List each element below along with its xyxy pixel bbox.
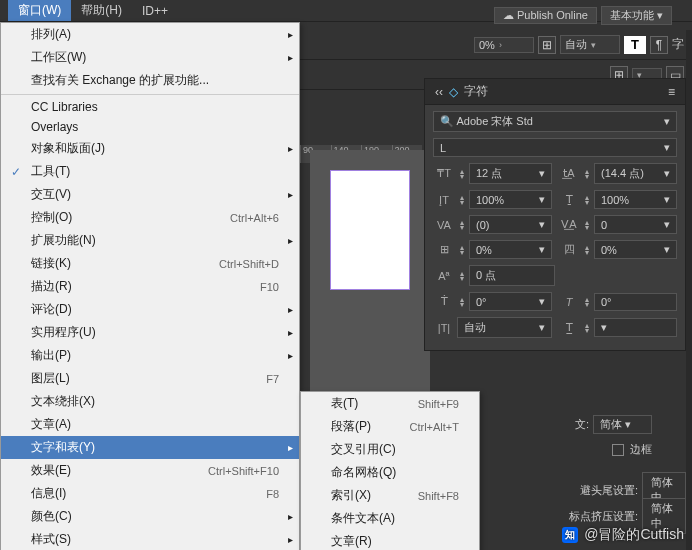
- watermark: 知 @冒险的Cutfish: [562, 526, 684, 544]
- menu-item[interactable]: 实用程序(U): [1, 321, 299, 344]
- publish-button[interactable]: ☁ Publish Online: [494, 7, 597, 24]
- panel-title: 字符: [464, 83, 488, 100]
- vscale-field[interactable]: 100%▾: [469, 190, 552, 209]
- tracking-field[interactable]: 0▾: [594, 215, 677, 234]
- page[interactable]: [330, 170, 410, 290]
- leading-field[interactable]: (14.4 点)▾: [594, 163, 677, 184]
- avoid-head-label: 避头尾设置:: [580, 483, 638, 498]
- menu-item[interactable]: 工具(T): [1, 160, 299, 183]
- menu-item[interactable]: 信息(I)F8: [1, 482, 299, 505]
- border-option[interactable]: 边框: [612, 442, 652, 457]
- menu-item[interactable]: 文本绕排(X): [1, 390, 299, 413]
- menu-item[interactable]: 查找有关 Exchange 的扩展功能...: [1, 69, 299, 92]
- language-label: 文:: [575, 417, 589, 432]
- menu-item[interactable]: Overlays: [1, 117, 299, 137]
- align-icon[interactable]: ⊞: [538, 36, 556, 54]
- submenu-item[interactable]: 条件文本(A): [301, 507, 479, 530]
- menu-item[interactable]: CC Libraries: [1, 97, 299, 117]
- t-icon2: T̲: [558, 321, 580, 334]
- kerning-field[interactable]: (0)▾: [469, 215, 552, 234]
- menu-item[interactable]: 图层(L)F7: [1, 367, 299, 390]
- t-auto-icon: |T|: [433, 322, 455, 334]
- baseline-pct-field[interactable]: 0%▾: [469, 240, 552, 259]
- para-icon[interactable]: ¶: [650, 36, 668, 54]
- tsume-icon: 四: [558, 242, 580, 257]
- language-row: 文: 简体 ▾: [575, 415, 652, 434]
- baseline-shift-field[interactable]: 0 点: [469, 265, 555, 286]
- menu-item[interactable]: 扩展功能(N): [1, 229, 299, 252]
- text-tool-icon[interactable]: T: [624, 36, 646, 54]
- border-label: 边框: [630, 442, 652, 457]
- menu-item[interactable]: 交互(V): [1, 183, 299, 206]
- menu-item[interactable]: 效果(E)Ctrl+Shift+F10: [1, 459, 299, 482]
- panel-menu-icon[interactable]: ≡: [668, 85, 675, 99]
- panel-header[interactable]: ‹‹ ◇ 字符 ≡: [425, 79, 685, 105]
- tsume-field[interactable]: 0%▾: [594, 240, 677, 259]
- tracking-icon: V͟A: [558, 218, 580, 231]
- opacity-field[interactable]: 0%›: [474, 37, 534, 53]
- leading-icon: t͟A: [558, 167, 580, 180]
- skew-icon: Ṫ: [433, 295, 455, 308]
- submenu-item[interactable]: 命名网格(Q): [301, 461, 479, 484]
- auto-field[interactable]: 自动▾: [457, 317, 552, 338]
- font-style-field[interactable]: L▾: [433, 138, 677, 157]
- font-family-field[interactable]: 🔍 Adobe 宋体 Std▾: [433, 111, 677, 132]
- window-menu-dropdown: 排列(A)工作区(W)查找有关 Exchange 的扩展功能...CC Libr…: [0, 22, 300, 550]
- collapse-icon[interactable]: ‹‹: [435, 85, 443, 99]
- submenu-item[interactable]: 表(T)Shift+F9: [301, 392, 479, 415]
- border-checkbox[interactable]: [612, 444, 624, 456]
- menu-item[interactable]: 样式(S): [1, 528, 299, 550]
- workspace-dropdown[interactable]: 基本功能 ▾: [601, 6, 672, 25]
- character-panel: ‹‹ ◇ 字符 ≡ 🔍 Adobe 宋体 Std▾ L▾ ₸T▴▾12 点▾ t…: [424, 78, 686, 351]
- rotate-icon: T: [558, 296, 580, 308]
- hscale-icon: Ṯ: [558, 193, 580, 206]
- menu-item[interactable]: 控制(O)Ctrl+Alt+6: [1, 206, 299, 229]
- font-size-icon: ₸T: [433, 167, 455, 180]
- submenu-item[interactable]: 交叉引用(C): [301, 438, 479, 461]
- baseline-shift-icon: Aª: [433, 270, 455, 282]
- menu-item[interactable]: 文字和表(Y): [1, 436, 299, 459]
- text-table-submenu: 表(T)Shift+F9段落(P)Ctrl+Alt+T交叉引用(C)命名网格(Q…: [300, 391, 480, 550]
- top-controls: ☁ Publish Online 基本功能 ▾: [494, 0, 672, 30]
- kerning-icon: VA: [433, 219, 455, 231]
- punct-label: 标点挤压设置:: [569, 509, 638, 524]
- menu-item[interactable]: 描边(R)F10: [1, 275, 299, 298]
- menu-idpp[interactable]: ID++: [132, 2, 178, 20]
- menu-item[interactable]: 评论(D): [1, 298, 299, 321]
- t-field2[interactable]: ▾: [594, 318, 677, 337]
- menu-help[interactable]: 帮助(H): [71, 0, 132, 21]
- zhihu-icon: 知: [562, 527, 578, 543]
- menu-item[interactable]: 排列(A): [1, 23, 299, 46]
- hscale-field[interactable]: 100%▾: [594, 190, 677, 209]
- menu-item[interactable]: 对象和版面(J): [1, 137, 299, 160]
- menu-item[interactable]: 工作区(W): [1, 46, 299, 69]
- menu-item[interactable]: 输出(P): [1, 344, 299, 367]
- menu-item[interactable]: 颜色(C): [1, 505, 299, 528]
- auto-field[interactable]: 自动▾: [560, 35, 620, 54]
- submenu-item[interactable]: 索引(X)Shift+F8: [301, 484, 479, 507]
- vscale-icon: ĮT: [433, 194, 455, 206]
- menu-item[interactable]: 文章(A): [1, 413, 299, 436]
- language-dropdown[interactable]: 简体 ▾: [593, 415, 652, 434]
- char-button[interactable]: 字: [672, 36, 684, 53]
- panel-dock-strip[interactable]: [686, 30, 692, 550]
- baseline-pct-icon: ⊞: [433, 243, 455, 256]
- menu-window[interactable]: 窗口(W): [8, 0, 71, 21]
- submenu-item[interactable]: 文章(R): [301, 530, 479, 550]
- submenu-item[interactable]: 段落(P)Ctrl+Alt+T: [301, 415, 479, 438]
- menu-item[interactable]: 链接(K)Ctrl+Shift+D: [1, 252, 299, 275]
- font-size-field[interactable]: 12 点▾: [469, 163, 552, 184]
- rotate-field[interactable]: 0°: [594, 293, 677, 311]
- skew-field[interactable]: 0°▾: [469, 292, 552, 311]
